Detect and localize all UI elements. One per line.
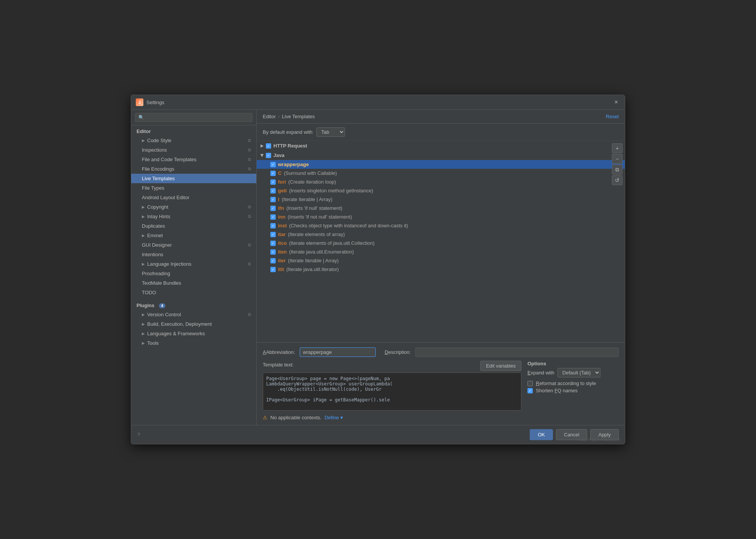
edit-variables-button[interactable]: Edit variables (480, 361, 521, 371)
item-checkbox-c[interactable] (270, 171, 276, 176)
expand-with-select[interactable]: Default (Tab) Tab Enter Space (557, 368, 600, 377)
sidebar-label-file-encodings: File Encodings (142, 166, 174, 172)
item-checkbox-itit[interactable] (270, 267, 276, 272)
plugins-badge: 4 (159, 303, 166, 308)
template-item-ifn[interactable]: ifn (Inserts 'if null' statement) (257, 204, 625, 212)
template-item-itar[interactable]: itar (Iterate elements of array) (257, 230, 625, 239)
item-checkbox-iten[interactable] (270, 249, 276, 255)
item-checkbox-l[interactable] (270, 197, 276, 202)
sidebar-item-proofreading[interactable]: Proofreading (131, 269, 256, 278)
item-checkbox-fori[interactable] (270, 179, 276, 185)
sidebar-item-inspections[interactable]: Inspections ⧉ (131, 145, 256, 155)
reset-button[interactable]: Reset (606, 114, 619, 119)
sidebar-label-copyright: Copyright (147, 204, 168, 210)
ok-button[interactable]: OK (530, 429, 553, 440)
arrow-icon: ▶ (142, 214, 145, 219)
define-link[interactable]: Define ▾ (324, 415, 343, 420)
item-checkbox-iter[interactable] (270, 258, 276, 263)
expand-select[interactable]: Tab Enter Space (316, 127, 345, 137)
java-checkbox[interactable] (266, 153, 271, 158)
http-request-checkbox[interactable] (266, 143, 271, 149)
search-input[interactable] (135, 113, 253, 122)
footer: ? OK Cancel Apply (131, 425, 625, 444)
sidebar-item-inlay-hints[interactable]: ▶ Inlay Hints ⧉ (131, 212, 256, 221)
sidebar-label-duplicates: Duplicates (142, 223, 165, 229)
options-label: Options (527, 361, 619, 366)
template-item-inn[interactable]: inn (Inserts 'if not null' statement) (257, 212, 625, 221)
item-checkbox-geti[interactable] (270, 188, 276, 193)
sidebar: Editor ▶ Code Style ⧉ Inspections ⧉ File… (131, 110, 257, 425)
shorten-label: Shorten FQ names (536, 388, 578, 393)
app-icon: J (136, 98, 143, 106)
item-checkbox-ifn[interactable] (270, 206, 276, 211)
sidebar-item-emmet[interactable]: ▶ Emmet (131, 231, 256, 240)
template-item-l[interactable]: I (Iterate Iterable | Array) (257, 195, 625, 204)
sidebar-item-version-control[interactable]: ▶ Version Control ⧉ (131, 310, 256, 319)
sidebar-item-copyright[interactable]: ▶ Copyright ⧉ (131, 202, 256, 212)
template-item-c[interactable]: C (Surround with Callable) (257, 169, 625, 178)
item-checkbox-inn[interactable] (270, 214, 276, 220)
sidebar-item-file-code-templates[interactable]: File and Code Templates ⧉ (131, 155, 256, 164)
item-desc-c: (Surround with Callable) (284, 170, 337, 176)
sidebar-item-textmate-bundles[interactable]: TextMate Bundles (131, 278, 256, 288)
arrow-icon: ▶ (142, 331, 145, 336)
item-name-l: I (278, 197, 280, 202)
close-button[interactable]: × (612, 98, 620, 106)
template-item-wrapperpage[interactable]: wrapperpage (257, 160, 625, 169)
sidebar-item-android-layout-editor[interactable]: Android Layout Editor (131, 193, 256, 202)
sidebar-item-intentions[interactable]: Intentions (131, 250, 256, 259)
sidebar-item-file-types[interactable]: File Types (131, 183, 256, 193)
shorten-checkbox[interactable] (527, 388, 533, 393)
item-name-wrapperpage: wrapperpage (278, 162, 309, 167)
item-checkbox-wrapperpage[interactable] (270, 162, 276, 167)
abbreviation-input[interactable] (300, 347, 376, 357)
sidebar-item-tools[interactable]: ▶ Tools (131, 338, 256, 348)
item-checkbox-itar[interactable] (270, 232, 276, 237)
help-button[interactable]: ? (137, 432, 140, 438)
arrow-icon: ▶ (142, 312, 145, 317)
main-content: Editor ▶ Code Style ⧉ Inspections ⧉ File… (131, 110, 625, 425)
add-button[interactable]: + (612, 143, 623, 153)
sidebar-label-language-injections: Language Injections (147, 261, 191, 267)
group-java[interactable]: ▶ Java (257, 151, 625, 160)
item-name-inst: inst (278, 223, 287, 228)
undo-button[interactable]: ↺ (612, 175, 623, 185)
template-item-inst[interactable]: inst (Checks object type with instanceof… (257, 221, 625, 230)
template-list-container: ▶ HTTP Request ▶ Java wrapperpage (257, 141, 625, 342)
sidebar-item-file-encodings[interactable]: File Encodings ⧉ (131, 164, 256, 174)
description-input[interactable] (415, 347, 619, 357)
arrow-icon: ▶ (142, 262, 145, 266)
sidebar-item-live-templates[interactable]: Live Templates (131, 174, 256, 183)
sidebar-item-code-style[interactable]: ▶ Code Style ⧉ (131, 136, 256, 145)
sidebar-item-duplicates[interactable]: Duplicates (131, 221, 256, 231)
template-item-iten[interactable]: iten (Iterate java.util.Enumeration) (257, 247, 625, 256)
context-row: ⚠ No applicable contexts. Define ▾ (263, 415, 521, 420)
item-name-geti: geti (278, 188, 287, 193)
template-item-geti[interactable]: geti (Inserts singleton method getInstan… (257, 186, 625, 195)
template-text-area[interactable]: Page<UserGroup> page = new Page<>(pageNu… (263, 373, 521, 411)
reformat-checkbox[interactable] (527, 381, 533, 386)
sidebar-item-build-execution[interactable]: ▶ Build, Execution, Deployment (131, 319, 256, 329)
template-item-itco[interactable]: itco (Iterate elements of java.util.Coll… (257, 239, 625, 247)
sidebar-item-gui-designer[interactable]: GUI Designer ⧉ (131, 240, 256, 250)
template-list: ▶ HTTP Request ▶ Java wrapperpage (257, 141, 625, 274)
sidebar-label-textmate-bundles: TextMate Bundles (142, 280, 181, 286)
sidebar-item-language-injections[interactable]: ▶ Language Injections ⧉ (131, 259, 256, 269)
template-item-itit[interactable]: itit (Iterate java.util.Iterator) (257, 265, 625, 274)
item-name-itit: itit (278, 266, 284, 272)
sidebar-item-todo[interactable]: TODO (131, 288, 256, 297)
item-checkbox-inst[interactable] (270, 223, 276, 228)
sidebar-label-intentions: Intentions (142, 252, 163, 257)
template-item-iter[interactable]: iter (Iterate Iterable | Array) (257, 256, 625, 265)
template-item-fori[interactable]: fori (Create iteration loop) (257, 178, 625, 186)
copy-icon: ⧉ (248, 166, 251, 171)
copy-icon: ⧉ (248, 147, 251, 152)
sidebar-item-languages-frameworks[interactable]: ▶ Languages & Frameworks (131, 329, 256, 338)
arrow-icon: ▶ (260, 143, 264, 148)
item-checkbox-itco[interactable] (270, 241, 276, 246)
copy-template-button[interactable]: ⧉ (612, 165, 623, 174)
breadcrumb-sep: › (278, 114, 280, 119)
arrow-icon: ▶ (142, 138, 145, 143)
remove-button[interactable]: − (612, 154, 623, 164)
group-http-request[interactable]: ▶ HTTP Request (257, 141, 625, 151)
